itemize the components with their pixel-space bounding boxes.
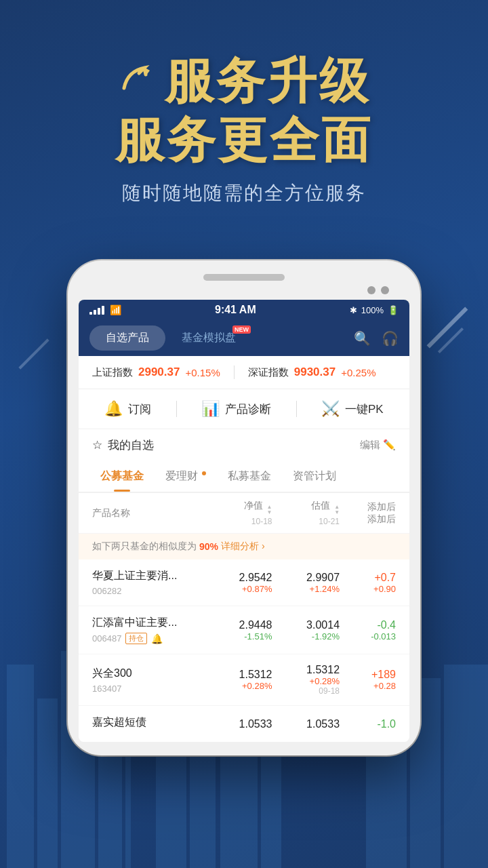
nav-tab-jijin[interactable]: 基金模拟盘 (165, 326, 252, 351)
fund-nav-3: 1.0533 (205, 718, 272, 730)
tab-asset-plan[interactable]: 资管计划 (282, 461, 347, 492)
fund-row-0[interactable]: 华夏上证主要消... 006282 2.9542 +0.87% 2.9907 +… (79, 559, 409, 606)
diagnose-icon: 📊 (201, 400, 220, 418)
fund-est-0: 2.9907 +1.24% (272, 572, 340, 594)
fund-name-0: 华夏上证主要消... (92, 569, 205, 583)
shenzhen-value: 9930.37 (294, 366, 336, 379)
holding-tag: 持仓 (125, 633, 147, 644)
shenzhen-label: 深证指数 (248, 366, 289, 379)
bell-icon: 🔔 (151, 633, 163, 644)
similarity-link[interactable]: 详细分析 › (221, 540, 265, 553)
fund-name-2: 兴全300 (92, 667, 205, 681)
col-product-name: 产品名称 (92, 507, 205, 519)
new-dot (202, 471, 206, 475)
signal-bar-3 (98, 308, 100, 315)
fund-name-1: 汇添富中证主要... (92, 616, 205, 630)
hero-title-text2: 服务更全面 (27, 113, 461, 167)
shenzhen-ticker: 深证指数 9930.37 +0.25% (248, 366, 376, 379)
phone-mockup: 📶 9:41 AM ✱ 100% 🔋 自选产品 基金模拟盘 🔍 (0, 260, 488, 755)
fund-row-3[interactable]: 嘉实超短债 1.0533 1.0533 -1.0 (79, 706, 409, 742)
tool-divider-1 (176, 401, 177, 417)
phone-screen: 📶 9:41 AM ✱ 100% 🔋 自选产品 基金模拟盘 🔍 (79, 300, 409, 742)
app-nav[interactable]: 自选产品 基金模拟盘 🔍 🎧 (79, 320, 409, 356)
hero-title-text1: 服务升级 (165, 54, 371, 108)
tool-divider-2 (296, 401, 297, 417)
fund-nav-1: 2.9448 -1.51% (205, 619, 272, 642)
similarity-text: 如下两只基金的相似度为 (92, 540, 197, 553)
watchlist-header: ☆ 我的自选 编辑 ✏️ (79, 429, 409, 461)
tab-wealth-mgmt[interactable]: 爱理财 (155, 461, 217, 492)
fund-est-1: 3.0014 -1.92% (272, 619, 340, 642)
search-icon[interactable]: 🔍 (354, 330, 371, 347)
fund-est-2: 1.5312 +0.28% 09-18 (272, 664, 340, 696)
shanghai-value: 2990.37 (138, 366, 180, 379)
status-left: 📶 (89, 304, 121, 315)
signal-bar-4 (102, 306, 104, 315)
est-sort-icon: ▲▼ (334, 505, 340, 515)
fund-row-1[interactable]: 汇添富中证主要... 006487 持仓 🔔 2.9448 -1.51% 3.0… (79, 606, 409, 654)
fund-add-2: +189 +0.28 (340, 669, 396, 691)
fund-add-3: -1.0 (340, 718, 396, 730)
battery-icon: 🔋 (388, 305, 399, 315)
status-time: 9:41 AM (215, 304, 256, 316)
fund-code-2: 163407 (92, 684, 205, 694)
tab-public-fund[interactable]: 公募基金 (89, 461, 155, 492)
phone-camera-2 (381, 286, 389, 294)
hero-subtitle: 随时随地随需的全方位服务 (27, 180, 461, 206)
phone-outer: 📶 9:41 AM ✱ 100% 🔋 自选产品 基金模拟盘 🔍 (68, 260, 420, 755)
headset-icon[interactable]: 🎧 (382, 330, 399, 347)
tool-diagnose[interactable]: 📊 产品诊断 (201, 400, 271, 418)
fund-info-2: 兴全300 163407 (92, 667, 205, 694)
phone-camera-1 (367, 286, 375, 294)
table-header: 产品名称 净值 ▲▼ 10-18 估值 ▲▼ 10-21 添加后 添加后 (79, 493, 409, 534)
ticker-divider (234, 366, 235, 379)
nav-sort-icon: ▲▼ (267, 505, 272, 515)
shanghai-ticker: 上证指数 2990.37 +0.15% (92, 366, 220, 379)
market-ticker: 上证指数 2990.37 +0.15% 深证指数 9930.37 +0.25% (79, 356, 409, 389)
signal-bar-1 (89, 312, 92, 315)
tool-subscribe[interactable]: 🔔 订阅 (104, 400, 151, 418)
fund-info-1: 汇添富中证主要... 006487 持仓 🔔 (92, 616, 205, 644)
fund-info-3: 嘉实超短债 (92, 715, 205, 732)
col-add-header: 添加后 添加后 (340, 501, 396, 526)
fund-code-1: 006487 持仓 🔔 (92, 633, 205, 644)
fund-name-3: 嘉实超短债 (92, 715, 205, 730)
battery-text: 100% (361, 305, 384, 315)
signal-bar-2 (94, 310, 96, 315)
edit-icon: ✏️ (383, 439, 396, 450)
wifi-icon: 📶 (110, 304, 121, 315)
status-bar: 📶 9:41 AM ✱ 100% 🔋 (79, 300, 409, 320)
phone-cameras (79, 286, 409, 294)
fund-est-3: 1.0533 (272, 718, 340, 730)
shanghai-change: +0.15% (185, 367, 220, 378)
upgrade-arrow-icon (117, 61, 158, 102)
similarity-banner: 如下两只基金的相似度为 90% 详细分析 › (79, 534, 409, 559)
tool-pk[interactable]: ⚔️ 一键PK (321, 400, 384, 418)
watchlist-title: ☆ 我的自选 (92, 437, 154, 453)
tools-row: 🔔 订阅 📊 产品诊断 ⚔️ 一键PK (79, 389, 409, 429)
phone-speaker (203, 274, 285, 281)
nav-icons: 🔍 🎧 (354, 330, 399, 347)
similarity-pct: 90% (199, 541, 218, 552)
shenzhen-change: +0.25% (341, 367, 375, 378)
nav-tab-zixuan[interactable]: 自选产品 (89, 326, 165, 351)
status-right: ✱ 100% 🔋 (350, 305, 399, 315)
category-tabs[interactable]: 公募基金 爱理财 私募基金 资管计划 (79, 461, 409, 493)
edit-button[interactable]: 编辑 ✏️ (360, 439, 396, 452)
fund-add-0: +0.7 +0.90 (340, 572, 396, 594)
subscribe-icon: 🔔 (104, 400, 123, 418)
fund-code-0: 006282 (92, 586, 205, 596)
fund-add-1: -0.4 -0.013 (340, 619, 396, 642)
tab-private-fund[interactable]: 私募基金 (217, 461, 282, 492)
hero-section: 服务升级 服务更全面 随时随地随需的全方位服务 (0, 0, 488, 233)
signal-bars (89, 306, 104, 315)
col-est-header[interactable]: 估值 ▲▼ 10-21 (272, 500, 340, 526)
hero-title-line1: 服务升级 (27, 54, 461, 108)
watchlist-icon: ☆ (92, 438, 102, 452)
fund-nav-0: 2.9542 +0.87% (205, 572, 272, 594)
col-nav-header[interactable]: 净值 ▲▼ 10-18 (205, 500, 272, 526)
bluetooth-icon: ✱ (350, 305, 357, 315)
fund-nav-2: 1.5312 +0.28% (205, 669, 272, 691)
fund-row-2[interactable]: 兴全300 163407 1.5312 +0.28% 1.5312 +0.28%… (79, 654, 409, 706)
shanghai-label: 上证指数 (92, 366, 133, 379)
